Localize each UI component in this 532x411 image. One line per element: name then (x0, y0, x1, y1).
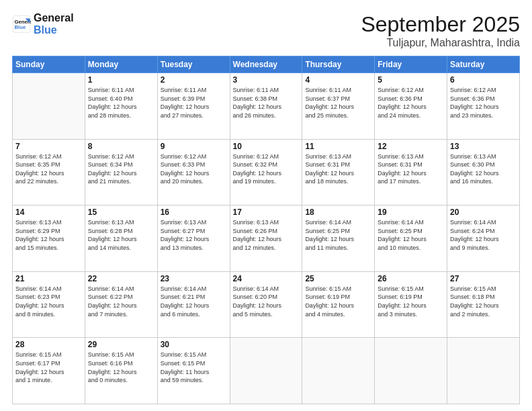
header-thursday: Thursday (302, 56, 375, 73)
table-row (13, 73, 85, 140)
day-number: 21 (15, 274, 82, 283)
day-info: Sunrise: 6:13 AM Sunset: 6:26 PM Dayligh… (233, 218, 300, 252)
day-info: Sunrise: 6:13 AM Sunset: 6:31 PM Dayligh… (305, 152, 371, 186)
calendar-header-row: Sunday Monday Tuesday Wednesday Thursday… (13, 56, 520, 73)
day-number: 7 (15, 142, 82, 151)
day-number: 6 (450, 75, 517, 85)
day-number: 26 (378, 274, 444, 283)
table-row: 20Sunrise: 6:14 AM Sunset: 6:24 PM Dayli… (447, 205, 520, 272)
table-row: 24Sunrise: 6:14 AM Sunset: 6:20 PM Dayli… (230, 271, 302, 338)
svg-text:Blue: Blue (15, 24, 26, 30)
day-info: Sunrise: 6:14 AM Sunset: 6:20 PM Dayligh… (233, 285, 300, 318)
day-info: Sunrise: 6:13 AM Sunset: 6:30 PM Dayligh… (450, 152, 517, 186)
table-row: 4Sunrise: 6:11 AM Sunset: 6:37 PM Daylig… (302, 73, 375, 140)
day-info: Sunrise: 6:14 AM Sunset: 6:21 PM Dayligh… (161, 285, 227, 318)
day-info: Sunrise: 6:11 AM Sunset: 6:38 PM Dayligh… (233, 86, 300, 120)
day-number: 25 (305, 274, 371, 283)
header-tuesday: Tuesday (157, 56, 230, 73)
day-info: Sunrise: 6:14 AM Sunset: 6:25 PM Dayligh… (305, 218, 371, 252)
day-info: Sunrise: 6:12 AM Sunset: 6:36 PM Dayligh… (378, 86, 444, 120)
table-row: 21Sunrise: 6:14 AM Sunset: 6:23 PM Dayli… (13, 271, 85, 338)
table-row: 27Sunrise: 6:15 AM Sunset: 6:18 PM Dayli… (447, 271, 520, 338)
table-row: 8Sunrise: 6:12 AM Sunset: 6:34 PM Daylig… (85, 139, 157, 205)
day-info: Sunrise: 6:14 AM Sunset: 6:25 PM Dayligh… (378, 218, 444, 252)
day-number: 3 (233, 75, 300, 85)
day-info: Sunrise: 6:13 AM Sunset: 6:28 PM Dayligh… (88, 218, 154, 252)
day-info: Sunrise: 6:12 AM Sunset: 6:34 PM Dayligh… (88, 152, 154, 186)
day-number: 5 (378, 75, 444, 85)
calendar-subtitle: Tuljapur, Maharashtra, India (361, 37, 520, 49)
table-row: 6Sunrise: 6:12 AM Sunset: 6:36 PM Daylig… (447, 73, 520, 140)
page: General Blue General Blue September 2025… (0, 0, 532, 411)
table-row: 30Sunrise: 6:15 AM Sunset: 6:15 PM Dayli… (157, 338, 230, 404)
day-number: 18 (305, 208, 371, 217)
day-info: Sunrise: 6:12 AM Sunset: 6:32 PM Dayligh… (233, 152, 300, 186)
day-number: 4 (305, 75, 371, 85)
logo-text-general: General (34, 12, 74, 24)
day-number: 10 (233, 142, 300, 151)
day-number: 19 (378, 208, 444, 217)
table-row: 16Sunrise: 6:13 AM Sunset: 6:27 PM Dayli… (157, 205, 230, 272)
logo-icon: General Blue (12, 15, 31, 34)
day-number: 11 (305, 142, 371, 151)
table-row: 14Sunrise: 6:13 AM Sunset: 6:29 PM Dayli… (13, 205, 85, 272)
table-row: 17Sunrise: 6:13 AM Sunset: 6:26 PM Dayli… (230, 205, 302, 272)
table-row: 10Sunrise: 6:12 AM Sunset: 6:32 PM Dayli… (230, 139, 302, 205)
day-number: 14 (15, 208, 82, 217)
day-number: 28 (15, 340, 82, 349)
day-info: Sunrise: 6:13 AM Sunset: 6:29 PM Dayligh… (15, 218, 82, 252)
title-block: September 2025 Tuljapur, Maharashtra, In… (361, 12, 520, 49)
day-number: 22 (88, 274, 154, 283)
day-info: Sunrise: 6:11 AM Sunset: 6:40 PM Dayligh… (88, 86, 154, 120)
day-info: Sunrise: 6:15 AM Sunset: 6:19 PM Dayligh… (378, 285, 444, 318)
day-number: 2 (161, 75, 227, 85)
day-info: Sunrise: 6:12 AM Sunset: 6:36 PM Dayligh… (450, 86, 517, 120)
day-number: 16 (161, 208, 227, 217)
calendar-title: September 2025 (361, 12, 520, 37)
table-row (375, 338, 447, 404)
day-number: 8 (88, 142, 154, 151)
day-info: Sunrise: 6:12 AM Sunset: 6:35 PM Dayligh… (15, 152, 82, 186)
table-row (302, 338, 375, 404)
table-row: 18Sunrise: 6:14 AM Sunset: 6:25 PM Dayli… (302, 205, 375, 272)
day-number: 24 (233, 274, 300, 283)
day-info: Sunrise: 6:11 AM Sunset: 6:39 PM Dayligh… (161, 86, 227, 120)
day-info: Sunrise: 6:15 AM Sunset: 6:18 PM Dayligh… (450, 285, 517, 318)
table-row: 13Sunrise: 6:13 AM Sunset: 6:30 PM Dayli… (447, 139, 520, 205)
table-row: 3Sunrise: 6:11 AM Sunset: 6:38 PM Daylig… (230, 73, 302, 140)
day-info: Sunrise: 6:15 AM Sunset: 6:17 PM Dayligh… (15, 351, 82, 384)
table-row: 15Sunrise: 6:13 AM Sunset: 6:28 PM Dayli… (85, 205, 157, 272)
day-info: Sunrise: 6:15 AM Sunset: 6:19 PM Dayligh… (305, 285, 371, 318)
day-number: 15 (88, 208, 154, 217)
header-monday: Monday (85, 56, 157, 73)
day-number: 12 (378, 142, 444, 151)
table-row: 12Sunrise: 6:13 AM Sunset: 6:31 PM Dayli… (375, 139, 447, 205)
header-sunday: Sunday (13, 56, 85, 73)
table-row: 2Sunrise: 6:11 AM Sunset: 6:39 PM Daylig… (157, 73, 230, 140)
table-row (230, 338, 302, 404)
table-row: 1Sunrise: 6:11 AM Sunset: 6:40 PM Daylig… (85, 73, 157, 140)
day-number: 20 (450, 208, 517, 217)
table-row: 26Sunrise: 6:15 AM Sunset: 6:19 PM Dayli… (375, 271, 447, 338)
day-info: Sunrise: 6:14 AM Sunset: 6:24 PM Dayligh… (450, 218, 517, 252)
header: General Blue General Blue September 2025… (12, 12, 520, 49)
day-number: 29 (88, 340, 154, 349)
header-friday: Friday (375, 56, 447, 73)
table-row: 25Sunrise: 6:15 AM Sunset: 6:19 PM Dayli… (302, 271, 375, 338)
table-row: 7Sunrise: 6:12 AM Sunset: 6:35 PM Daylig… (13, 139, 85, 205)
table-row: 29Sunrise: 6:15 AM Sunset: 6:16 PM Dayli… (85, 338, 157, 404)
day-info: Sunrise: 6:15 AM Sunset: 6:15 PM Dayligh… (161, 351, 227, 384)
header-saturday: Saturday (447, 56, 520, 73)
day-info: Sunrise: 6:13 AM Sunset: 6:27 PM Dayligh… (161, 218, 227, 252)
day-number: 9 (161, 142, 227, 151)
calendar-table: Sunday Monday Tuesday Wednesday Thursday… (12, 56, 520, 404)
day-number: 13 (450, 142, 517, 151)
table-row: 19Sunrise: 6:14 AM Sunset: 6:25 PM Dayli… (375, 205, 447, 272)
day-info: Sunrise: 6:12 AM Sunset: 6:33 PM Dayligh… (161, 152, 227, 186)
day-number: 17 (233, 208, 300, 217)
table-row: 11Sunrise: 6:13 AM Sunset: 6:31 PM Dayli… (302, 139, 375, 205)
day-info: Sunrise: 6:13 AM Sunset: 6:31 PM Dayligh… (378, 152, 444, 186)
day-info: Sunrise: 6:11 AM Sunset: 6:37 PM Dayligh… (305, 86, 371, 120)
day-info: Sunrise: 6:14 AM Sunset: 6:23 PM Dayligh… (15, 285, 82, 318)
day-number: 1 (88, 75, 154, 85)
